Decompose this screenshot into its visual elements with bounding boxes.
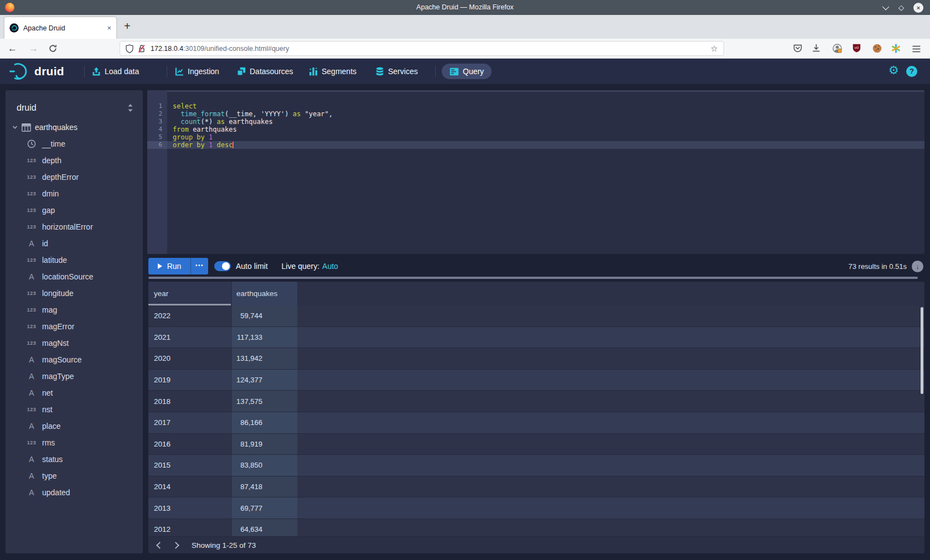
window-maximize-icon[interactable]: ◇: [898, 4, 904, 11]
cell-earthquakes[interactable]: 117,133: [232, 327, 297, 348]
cell-year[interactable]: 2018: [148, 391, 231, 412]
column-item-magNst[interactable]: 123magNst: [6, 335, 143, 351]
bookmark-star-icon[interactable]: ☆: [711, 44, 718, 54]
editor-line-6[interactable]: 6order by 1 desc: [147, 141, 924, 149]
column-item-magType[interactable]: AmagType: [6, 368, 143, 385]
table-row-2019[interactable]: 2019124,377: [148, 370, 924, 391]
table-row-2013[interactable]: 201369,777: [148, 497, 924, 519]
cell-earthquakes[interactable]: 64,634: [232, 519, 297, 536]
nav-item-query[interactable]: Query: [442, 64, 492, 79]
column-item-__time[interactable]: __time: [6, 136, 143, 152]
column-item-magSource[interactable]: AmagSource: [6, 351, 143, 368]
next-page-icon[interactable]: [172, 542, 179, 549]
column-item-net[interactable]: Anet: [6, 385, 143, 401]
ublock-icon[interactable]: uO: [852, 44, 861, 55]
new-tab-button[interactable]: +: [124, 20, 131, 33]
table-row-2020[interactable]: 2020131,942: [148, 348, 924, 370]
url-bar[interactable]: 172.18.0.4:30109/unified-console.html#qu…: [120, 41, 724, 56]
cell-year[interactable]: 2016: [148, 434, 231, 455]
vertical-scrollbar[interactable]: [921, 307, 923, 394]
cell-year[interactable]: 2019: [148, 370, 231, 391]
column-header-earthquakes[interactable]: earthquakes: [232, 282, 297, 305]
cell-year[interactable]: 2020: [148, 348, 231, 369]
column-item-id[interactable]: Aid: [6, 235, 143, 252]
column-item-type[interactable]: Atype: [6, 468, 143, 484]
editor-line-4[interactable]: 4from earthquakes: [147, 126, 924, 133]
schema-selector[interactable]: druid: [17, 103, 37, 113]
download-results-icon[interactable]: ↓: [912, 261, 923, 272]
cell-earthquakes[interactable]: 87,418: [232, 476, 297, 497]
column-item-rms[interactable]: 123rms: [6, 434, 143, 451]
column-item-dmin[interactable]: 123dmin: [6, 185, 143, 202]
nav-item-ingestion[interactable]: Ingestion: [175, 59, 219, 84]
cell-year[interactable]: 2021: [148, 327, 231, 348]
cell-year[interactable]: 2017: [148, 412, 231, 433]
table-row-2022[interactable]: 202259,744: [148, 305, 924, 327]
tab-close-icon[interactable]: ×: [107, 24, 111, 32]
table-row-2015[interactable]: 201583,850: [148, 455, 924, 476]
menu-hamburger-icon[interactable]: [912, 45, 921, 55]
settings-gear-icon[interactable]: ⚙: [888, 64, 899, 77]
cell-earthquakes[interactable]: 83,850: [232, 455, 297, 476]
cell-earthquakes[interactable]: 59,744: [232, 305, 297, 326]
cell-year[interactable]: 2015: [148, 455, 231, 476]
prev-page-icon[interactable]: [156, 542, 163, 549]
editor-line-5[interactable]: 5group by 1: [147, 133, 924, 141]
column-item-depthError[interactable]: 123depthError: [6, 169, 143, 185]
cell-earthquakes[interactable]: 124,377: [232, 370, 297, 391]
chevron-down-icon[interactable]: [12, 125, 18, 130]
double-caret-sort-icon[interactable]: [128, 104, 133, 114]
horizontal-scrollbar[interactable]: [148, 277, 918, 279]
table-row-2016[interactable]: 201681,919: [148, 434, 924, 455]
column-item-horizontalError[interactable]: 123horizontalError: [6, 219, 143, 235]
cell-year[interactable]: 2012: [148, 519, 231, 536]
column-item-locationSource[interactable]: AlocationSource: [6, 268, 143, 285]
help-icon[interactable]: ?: [906, 66, 917, 77]
column-header-year[interactable]: year: [148, 282, 231, 305]
cell-year[interactable]: 2022: [148, 305, 231, 326]
run-more-button[interactable]: •••: [190, 258, 208, 274]
cell-earthquakes[interactable]: 131,942: [232, 348, 297, 369]
auto-limit-toggle[interactable]: [214, 261, 231, 271]
window-close-icon[interactable]: ×: [913, 3, 923, 13]
table-row-2018[interactable]: 2018137,575: [148, 391, 924, 412]
editor-lines[interactable]: 1select2 time_format(__time, 'YYYY') as …: [147, 102, 924, 149]
column-item-status[interactable]: Astatus: [6, 451, 143, 468]
column-item-mag[interactable]: 123mag: [6, 302, 143, 318]
druid-logo[interactable]: druid: [9, 62, 64, 81]
nav-item-segments[interactable]: Segments: [309, 59, 356, 84]
back-button[interactable]: ←: [8, 39, 17, 58]
table-item-earthquakes[interactable]: earthquakes: [6, 119, 143, 136]
cell-year[interactable]: 2014: [148, 476, 231, 497]
account-extension-icon[interactable]: [833, 44, 842, 55]
run-button[interactable]: Run: [148, 258, 190, 274]
table-row-2012[interactable]: 201264,634: [148, 519, 924, 536]
sql-editor[interactable]: 1select2 time_format(__time, 'YYYY') as …: [147, 90, 924, 254]
editor-line-1[interactable]: 1select: [147, 102, 924, 110]
nav-item-load-data[interactable]: Load data: [92, 59, 139, 84]
asterisk-extension-icon[interactable]: [891, 44, 901, 55]
column-item-place[interactable]: Aplace: [6, 418, 143, 434]
table-row-2021[interactable]: 2021117,133: [148, 327, 924, 349]
cell-year[interactable]: 2013: [148, 497, 231, 518]
cookie-extension-icon[interactable]: [872, 44, 882, 55]
column-item-gap[interactable]: 123gap: [6, 202, 143, 219]
downloads-icon[interactable]: [812, 44, 820, 55]
column-item-latitude[interactable]: 123latitude: [6, 252, 143, 268]
editor-line-3[interactable]: 3 count(*) as earthquakes: [147, 118, 924, 126]
column-item-longitude[interactable]: 123longitude: [6, 285, 143, 302]
pocket-icon[interactable]: [793, 44, 802, 55]
column-item-updated[interactable]: Aupdated: [6, 484, 143, 501]
insecure-lock-icon[interactable]: [138, 44, 146, 53]
tracking-shield-icon[interactable]: [126, 44, 133, 53]
cell-earthquakes[interactable]: 86,166: [232, 412, 297, 433]
live-query-value[interactable]: Auto: [322, 262, 338, 271]
editor-line-2[interactable]: 2 time_format(__time, 'YYYY') as "year",: [147, 110, 924, 118]
nav-item-datasources[interactable]: Datasources: [237, 59, 293, 84]
table-row-2017[interactable]: 201786,166: [148, 412, 924, 434]
column-item-depth[interactable]: 123depth: [6, 152, 143, 169]
url-text[interactable]: 172.18.0.4:30109/unified-console.html#qu…: [151, 45, 289, 53]
browser-tab[interactable]: Apache Druid ×: [4, 17, 116, 39]
column-item-magError[interactable]: 123magError: [6, 318, 143, 335]
cell-earthquakes[interactable]: 137,575: [232, 391, 297, 412]
